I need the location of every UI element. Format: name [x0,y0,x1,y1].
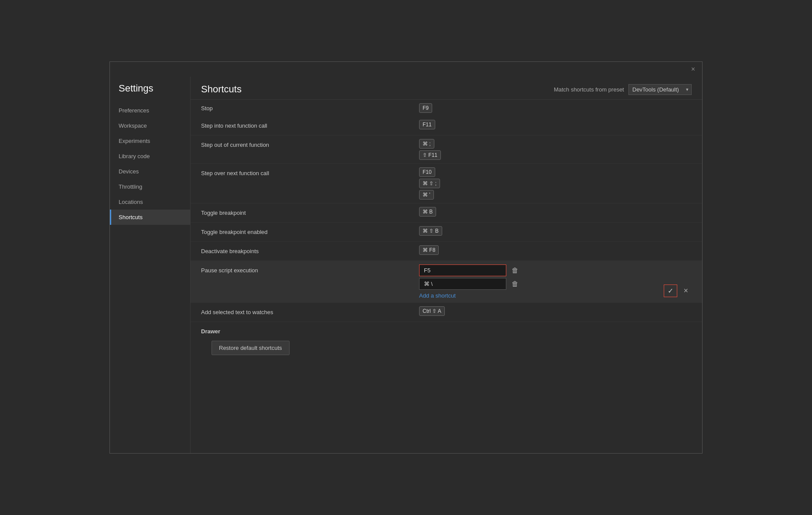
settings-window: × Settings Preferences Workspace Experim… [109,61,703,454]
kbd-group-cmd-apostrophe: ⌘ ' [419,190,692,200]
sidebar-item-shortcuts[interactable]: Shortcuts [110,210,190,225]
shortcut-label-toggle-bp: Toggle breakpoint [201,207,419,216]
close-button[interactable]: × [689,64,698,74]
preset-select[interactable]: DevTools (Default) Visual Studio Code [628,84,692,95]
title-bar: × [110,62,702,77]
preset-select-wrap: DevTools (Default) Visual Studio Code [628,84,692,95]
page-title: Shortcuts [201,84,242,95]
kbd-group-f11: F11 [419,120,692,129]
window-body: Settings Preferences Workspace Experimen… [110,77,702,453]
sidebar-title: Settings [110,77,190,103]
shortcut-label-deactivate: Deactivate breakpoints [201,245,419,254]
confirm-button[interactable]: ✓ [664,285,677,297]
cancel-button[interactable]: × [680,285,692,297]
key-cmd-shift-b: ⌘ ⇧ B [419,226,442,236]
shortcut-label-add-to-watches: Add selected text to watches [201,306,419,315]
delete-button-1[interactable]: 🗑 [510,265,520,276]
key-cmd-shift-semi: ⌘ ⇧ ; [419,179,440,188]
kbd-group-shift-f11: ⇧ F11 [419,150,692,160]
add-shortcut-link[interactable]: Add a shortcut [419,291,664,299]
shortcut-row-step-out: Step out of current function ⌘ ; ⇧ F11 [191,136,702,164]
shortcut-row-toggle-bp-enabled: Toggle breakpoint enabled ⌘ ⇧ B [191,223,702,242]
shortcut-label-step-over: Step over next function call [201,167,419,176]
sidebar-item-locations[interactable]: Locations [110,194,190,210]
restore-btn-wrapper: Restore default shortcuts [191,337,702,369]
sidebar-item-experiments[interactable]: Experiments [110,133,190,149]
kbd-group-cmd-shift-semi: ⌘ ⇧ ; [419,179,692,188]
key-ctrl-shift-a: Ctrl ⇧ A [419,306,445,316]
shortcut-label-step-into: Step into next function call [201,120,419,129]
shortcut-label-step-out: Step out of current function [201,139,419,148]
kbd-group-cmd-semi: ⌘ ; [419,139,692,149]
shortcut-input-2[interactable] [419,278,506,290]
shortcut-keys-toggle-bp: ⌘ B [419,207,692,217]
shortcut-row-deactivate: Deactivate breakpoints ⌘ F8 [191,242,702,261]
shortcut-row-toggle-bp: Toggle breakpoint ⌘ B [191,203,702,223]
shortcut-row-step-over: Step over next function call F10 ⌘ ⇧ ; ⌘… [191,164,702,203]
shortcut-row-stop: Stop F9 [191,100,702,116]
shortcut-keys-pause: 🗑 🗑 Add a shortcut [419,264,664,299]
sidebar-item-workspace[interactable]: Workspace [110,118,190,133]
shortcut-keys-stop: F9 [419,103,432,113]
main-content: Shortcuts Match shortcuts from preset De… [191,77,702,453]
key-cmd-semi: ⌘ ; [419,139,434,149]
shortcut-input-1[interactable] [419,264,506,276]
key-f9: F9 [419,103,432,113]
shortcut-keys-step-over: F10 ⌘ ⇧ ; ⌘ ' [419,167,692,200]
delete-button-2[interactable]: 🗑 [510,278,520,290]
kbd-group-f10: F10 [419,167,692,177]
input-row-1: 🗑 [419,264,664,276]
shortcut-row-add-to-watches: Add selected text to watches Ctrl ⇧ A [191,303,702,322]
kbd-group-cmd-b: ⌘ B [419,207,692,217]
close-icon: × [683,286,688,295]
key-f10: F10 [419,167,435,177]
restore-default-button[interactable]: Restore default shortcuts [212,341,290,355]
shortcut-keys-toggle-bp-enabled: ⌘ ⇧ B [419,226,692,236]
sidebar-item-throttling[interactable]: Throttling [110,179,190,194]
main-header: Shortcuts Match shortcuts from preset De… [191,77,702,100]
shortcut-keys-step-out: ⌘ ; ⇧ F11 [419,139,692,160]
kbd-group-cmd-shift-b: ⌘ ⇧ B [419,226,692,236]
key-cmd-apostrophe: ⌘ ' [419,190,434,200]
key-cmd-b: ⌘ B [419,207,436,217]
shortcut-label-toggle-bp-enabled: Toggle breakpoint enabled [201,226,419,235]
shortcut-label-pause: Pause script execution [201,264,419,274]
drawer-section-label: Drawer [191,322,702,337]
shortcuts-list: Stop F9 Step into next function call F11 [191,100,702,453]
input-row-2: 🗑 [419,278,664,290]
shortcut-label-stop: Stop [201,105,419,112]
preset-label: Match shortcuts from preset [554,86,624,93]
kbd-group-ctrl-shift-a: Ctrl ⇧ A [419,306,692,316]
shortcut-keys-step-into: F11 [419,120,692,129]
edit-actions: ✓ × [664,285,692,299]
kbd-group-cmd-f8: ⌘ F8 [419,245,692,255]
sidebar-item-preferences[interactable]: Preferences [110,103,190,118]
sidebar-item-devices[interactable]: Devices [110,164,190,179]
key-cmd-f8: ⌘ F8 [419,245,439,255]
shortcut-row-step-into: Step into next function call F11 [191,116,702,136]
key-f11: F11 [419,120,435,129]
shortcut-keys-deactivate: ⌘ F8 [419,245,692,255]
sidebar: Settings Preferences Workspace Experimen… [110,77,191,453]
preset-row: Match shortcuts from preset DevTools (De… [554,84,692,95]
checkmark-icon: ✓ [668,287,673,295]
shortcut-keys-add-to-watches: Ctrl ⇧ A [419,306,692,316]
key-shift-f11: ⇧ F11 [419,150,441,160]
sidebar-item-library-code[interactable]: Library code [110,149,190,164]
shortcut-row-pause: Pause script execution 🗑 🗑 Add a shortcu… [191,261,702,303]
